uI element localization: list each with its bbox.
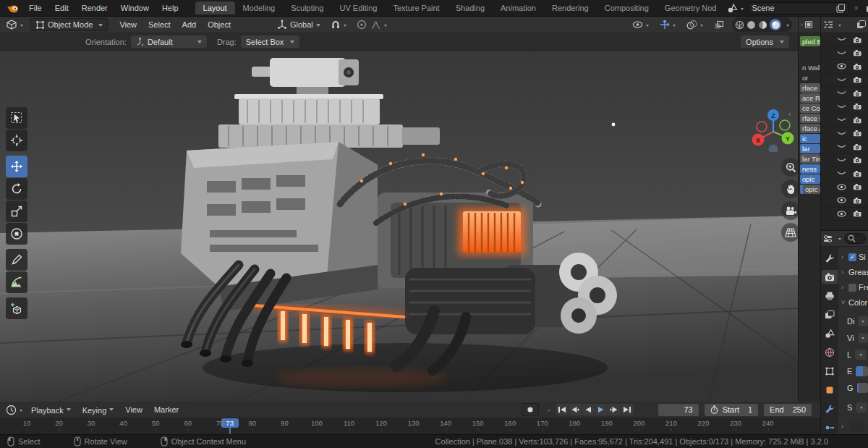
timeline-ruler[interactable]: 73 1020304050607080901001101201301401501… [0, 418, 820, 434]
disable-in-renders-toggle[interactable] [853, 183, 862, 190]
shading-solid-icon[interactable] [746, 20, 756, 30]
properties-tab-object[interactable] [822, 364, 838, 378]
proportional-editing-icon[interactable] [354, 18, 390, 32]
tool-annotate[interactable] [6, 249, 27, 271]
prev-keyframe-button[interactable] [569, 404, 582, 415]
snap-magnet-icon[interactable] [328, 18, 349, 32]
tool-scale[interactable] [6, 200, 27, 222]
disable-in-renders-toggle[interactable] [853, 36, 862, 43]
viewport-menu-view[interactable]: View [114, 20, 142, 29]
topbar-menu-edit[interactable]: Edit [48, 4, 75, 12]
shader-editor-strip[interactable]: › pled BSD n Walkorrfaceace Radiuce Colo… [798, 17, 820, 402]
tool-transform[interactable] [6, 223, 27, 245]
disable-in-renders-toggle[interactable] [853, 90, 862, 97]
workspace-tab[interactable]: Shading [448, 1, 493, 14]
node-socket-row[interactable]: lar [800, 144, 820, 153]
tool-measure[interactable] [6, 271, 27, 293]
hide-in-viewport-toggle[interactable] [837, 117, 846, 123]
timeline-menu-marker[interactable]: Marker [148, 405, 184, 414]
auto-key-button[interactable] [522, 403, 539, 416]
workspace-tab[interactable]: Geometry Nod [657, 1, 725, 14]
mode-dropdown[interactable]: Object Mode [30, 18, 108, 31]
properties-tab-modifiers[interactable] [822, 402, 838, 415]
show-object-types-dropdown[interactable] [629, 18, 652, 32]
node-socket-row[interactable]: n Walk [800, 63, 820, 72]
tool-move[interactable] [6, 156, 27, 177]
tool-add-cube[interactable] [6, 297, 27, 319]
viewport-ortho-button[interactable] [781, 223, 798, 242]
viewlayer-type-icon[interactable] [863, 1, 868, 15]
hide-in-viewport-toggle[interactable] [837, 50, 846, 56]
blender-logo-icon[interactable] [6, 1, 20, 15]
node-socket-row[interactable]: ness [800, 164, 820, 174]
viewport-pan-button[interactable] [781, 179, 798, 198]
viewport-menu-add[interactable]: Add [176, 20, 203, 29]
topbar-menu-window[interactable]: Window [114, 4, 156, 12]
workspace-tab[interactable]: Modeling [235, 1, 284, 14]
current-frame-field[interactable]: 73 [658, 404, 699, 416]
jump-to-end-button[interactable] [621, 404, 634, 415]
node-socket-row[interactable]: rface Ani [800, 124, 820, 133]
color-mgmt-dropdown[interactable] [858, 333, 868, 343]
show-overlays-dropdown[interactable] [684, 18, 706, 32]
hide-in-viewport-toggle[interactable] [837, 197, 846, 203]
disable-in-renders-toggle[interactable] [853, 143, 862, 151]
shading-wireframe-icon[interactable] [735, 20, 744, 30]
hide-in-viewport-toggle[interactable] [837, 184, 846, 190]
scene-type-icon[interactable] [724, 1, 746, 15]
hide-in-viewport-toggle[interactable] [837, 157, 846, 164]
node-header[interactable]: pled BSD [800, 36, 820, 46]
properties-tab-object-data[interactable] [822, 383, 838, 397]
disable-in-renders-toggle[interactable] [853, 103, 862, 110]
drag-mode-dropdown[interactable]: Select Box [241, 35, 300, 48]
color-mgmt-dropdown[interactable] [855, 350, 867, 360]
workspace-tab[interactable]: UV Editing [331, 1, 385, 14]
properties-tab-view-layer[interactable] [822, 308, 838, 321]
viewport-menu-object[interactable]: Object [202, 20, 237, 29]
properties-search-field[interactable] [844, 233, 866, 244]
disable-in-renders-toggle[interactable] [853, 49, 862, 56]
outliner[interactable] [820, 17, 868, 230]
viewport-canvas[interactable]: Z X Y ‹ [0, 51, 798, 402]
topbar-menu-help[interactable]: Help [156, 4, 185, 12]
scene-unlink-icon[interactable]: × [854, 4, 858, 12]
color-mgmt-slider[interactable] [856, 366, 868, 376]
outliner-filter-icon[interactable] [856, 20, 866, 29]
properties-tab-tool[interactable] [822, 251, 838, 265]
workspace-tab[interactable]: Compositing [597, 1, 657, 14]
scene-name-field[interactable]: Scene [748, 2, 849, 14]
workspace-tab[interactable]: Texture Paint [385, 1, 447, 14]
color-mgmt-dropdown[interactable] [858, 316, 868, 326]
outliner-type-icon[interactable] [823, 20, 833, 29]
color-mgmt-slider[interactable] [857, 383, 868, 393]
tool-rotate[interactable] [6, 178, 27, 200]
hide-in-viewport-toggle[interactable] [837, 63, 846, 69]
disable-in-renders-toggle[interactable] [853, 170, 862, 177]
properties-tab-scene[interactable] [822, 326, 838, 340]
shading-material-icon[interactable] [758, 20, 767, 30]
properties-tab-world[interactable] [822, 345, 838, 359]
topbar-menu-render[interactable]: Render [75, 4, 114, 12]
workspace-tab[interactable]: Rendering [544, 1, 597, 14]
options-dropdown[interactable]: Options [741, 35, 789, 48]
color-mgmt-dropdown[interactable] [856, 402, 867, 413]
transform-orientation-dropdown[interactable]: Global [274, 18, 323, 32]
hide-in-viewport-toggle[interactable] [837, 77, 846, 83]
tool-cursor[interactable] [6, 130, 27, 151]
frame-end-field[interactable]: End 250 [764, 404, 812, 416]
disable-in-renders-toggle[interactable] [853, 156, 862, 164]
properties-editor[interactable]: ›✓Si ›Greas ›Fre ˅Color Di Vi L E G S › [820, 230, 868, 434]
workspace-tab[interactable]: Animation [493, 1, 544, 14]
node-socket-row[interactable]: ace Radiu [800, 93, 820, 103]
workspace-tab[interactable]: Layout [195, 1, 235, 14]
panel-header-color[interactable]: ˅Color [841, 298, 868, 307]
viewport-camera-button[interactable] [781, 201, 798, 220]
properties-type-icon[interactable] [823, 234, 833, 243]
panel-footer[interactable]: › [841, 421, 868, 431]
hide-in-viewport-toggle[interactable] [837, 36, 846, 43]
node-socket-row[interactable]: opic [800, 174, 820, 184]
node-socket-row[interactable]: rface [800, 83, 820, 93]
disable-in-renders-toggle[interactable] [853, 210, 862, 217]
show-gizmo-dropdown[interactable] [657, 18, 678, 32]
viewport-menu-select[interactable]: Select [142, 20, 176, 29]
